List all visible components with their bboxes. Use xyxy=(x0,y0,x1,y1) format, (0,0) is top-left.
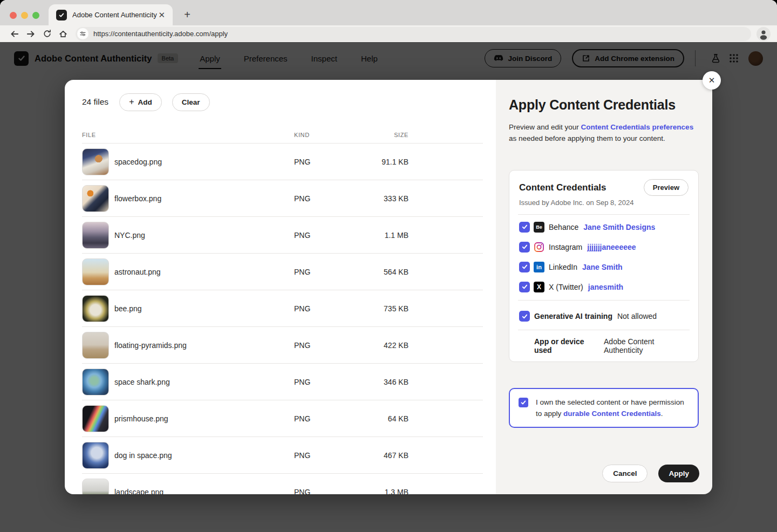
account-row-instagram: Instagram jjjjjjjaneeeeee xyxy=(519,237,689,257)
table-row[interactable]: space shark.png PNG 346 KB xyxy=(82,364,483,400)
close-window-button[interactable] xyxy=(10,12,17,19)
file-name: astronaut.png xyxy=(114,268,294,276)
consent-text: I own the selected content or have permi… xyxy=(536,397,688,419)
table-row[interactable]: spacedog.png PNG 91.1 KB xyxy=(82,144,483,180)
file-kind: PNG xyxy=(294,341,344,350)
file-kind: PNG xyxy=(294,231,344,240)
file-kind: PNG xyxy=(294,304,344,313)
instagram-checkbox[interactable] xyxy=(519,242,530,253)
file-name: dog in space.png xyxy=(114,451,294,460)
x-twitter-icon: X xyxy=(534,282,544,292)
file-size: 467 KB xyxy=(344,451,408,460)
apply-button[interactable]: Apply xyxy=(658,465,699,482)
file-size: 91.1 KB xyxy=(344,158,408,166)
cancel-button[interactable]: Cancel xyxy=(602,465,648,482)
file-thumbnail xyxy=(82,222,109,249)
file-kind: PNG xyxy=(294,268,344,276)
file-thumbnail xyxy=(82,442,109,469)
durable-credentials-link[interactable]: durable Content Credentials xyxy=(563,410,661,418)
back-button[interactable] xyxy=(6,27,23,41)
table-header: FILE KIND SIZE xyxy=(82,126,483,144)
minimize-window-button[interactable] xyxy=(21,12,28,19)
add-files-button[interactable]: + Add xyxy=(119,93,162,111)
file-thumbnail xyxy=(82,258,109,285)
traffic-lights xyxy=(10,12,39,19)
clear-files-button[interactable]: Clear xyxy=(172,93,210,111)
column-kind: KIND xyxy=(294,132,344,138)
account-row-linkedin: in LinkedIn Jane Smith xyxy=(519,257,689,277)
file-thumbnail xyxy=(82,185,109,212)
intro-text: Preview and edit your xyxy=(509,123,581,131)
table-row[interactable]: dog in space.png PNG 467 KB xyxy=(82,437,483,474)
file-thumbnail xyxy=(82,369,109,395)
file-size: 564 KB xyxy=(344,268,408,276)
maximize-window-button[interactable] xyxy=(32,12,39,19)
new-tab-button[interactable]: + xyxy=(180,8,194,22)
file-name: flowerbox.png xyxy=(114,194,294,203)
file-thumbnail xyxy=(82,405,109,432)
url-bar[interactable]: https://contentauthenticity.adobe.com/ap… xyxy=(76,27,751,41)
account-link[interactable]: Jane Smith Designs xyxy=(583,223,655,231)
instagram-icon xyxy=(534,242,544,253)
linkedin-checkbox[interactable] xyxy=(519,262,530,272)
browser-profile-icon[interactable] xyxy=(756,27,771,41)
url-text[interactable]: https://contentauthenticity.adobe.com/ap… xyxy=(93,30,228,38)
issued-by-text: Issued by Adobe Inc. on Sep 8, 2024 xyxy=(519,199,689,207)
app-used-label: App or device used xyxy=(534,337,599,354)
table-row[interactable]: bee.png PNG 735 KB xyxy=(82,290,483,327)
file-kind: PNG xyxy=(294,451,344,460)
account-row-x-twitter: X X (Twitter) janesmith xyxy=(519,277,689,297)
card-title: Content Credentials xyxy=(519,182,644,193)
account-link[interactable]: jjjjjjjaneeeeee xyxy=(587,243,636,251)
browser-tab[interactable]: Adobe Content Authenticity ✕ xyxy=(49,4,173,25)
platform-label: X (Twitter) xyxy=(549,283,583,291)
credentials-panel: Apply Content Credentials Preview and ed… xyxy=(496,80,712,494)
add-files-label: Add xyxy=(138,98,152,106)
content-credentials-card: Content Credentials Preview Issued by Ad… xyxy=(509,170,699,362)
panel-intro: Preview and edit your Content Credential… xyxy=(509,121,699,144)
home-button[interactable] xyxy=(55,27,71,41)
file-thumbnail xyxy=(82,479,109,495)
consent-checkbox[interactable] xyxy=(519,398,528,407)
apply-credentials-modal: ✕ 24 files + Add Clear FILE KIND SIZE xyxy=(65,80,712,494)
table-row[interactable]: floating-pyramids.png PNG 422 KB xyxy=(82,327,483,364)
forward-button[interactable] xyxy=(23,27,39,41)
file-thumbnail xyxy=(82,295,109,322)
reload-button[interactable] xyxy=(39,27,55,41)
account-row-behance: Be Behance Jane Smith Designs xyxy=(519,217,689,237)
tab-strip: Adobe Content Authenticity ✕ + xyxy=(0,0,777,25)
table-row[interactable]: landscape.png PNG 1.3 MB xyxy=(82,474,483,494)
account-link[interactable]: Jane Smith xyxy=(582,263,623,271)
table-row[interactable]: astronaut.png PNG 564 KB xyxy=(82,254,483,290)
table-row[interactable]: prismhouse.png PNG 64 KB xyxy=(82,400,483,437)
file-thumbnail xyxy=(82,148,109,175)
modal-close-button[interactable]: ✕ xyxy=(703,71,721,90)
preferences-link[interactable]: Content Credentials preferences xyxy=(581,123,694,131)
panel-title: Apply Content Credentials xyxy=(509,97,699,113)
behance-checkbox[interactable] xyxy=(519,222,530,233)
plus-icon: + xyxy=(129,97,134,107)
behance-icon: Be xyxy=(534,222,544,233)
platform-label: Instagram xyxy=(549,243,582,251)
account-link[interactable]: janesmith xyxy=(588,283,623,291)
consent-card: I own the selected content or have permi… xyxy=(509,388,699,428)
file-size: 333 KB xyxy=(344,194,408,203)
site-settings-icon[interactable] xyxy=(77,28,88,39)
column-file: FILE xyxy=(82,132,294,138)
file-name: NYC.png xyxy=(114,231,294,240)
file-name: bee.png xyxy=(114,304,294,313)
file-size: 422 KB xyxy=(344,341,408,350)
file-name: spacedog.png xyxy=(114,158,294,166)
file-size: 735 KB xyxy=(344,304,408,313)
preview-button[interactable]: Preview xyxy=(644,179,689,196)
tab-close-icon[interactable]: ✕ xyxy=(157,10,166,20)
table-row[interactable]: flowerbox.png PNG 333 KB xyxy=(82,180,483,217)
platform-label: Behance xyxy=(549,223,578,231)
file-kind: PNG xyxy=(294,488,344,495)
file-size: 1.3 MB xyxy=(344,488,408,495)
gen-ai-checkbox[interactable] xyxy=(519,311,530,322)
file-size: 1.1 MB xyxy=(344,231,408,240)
table-row[interactable]: NYC.png PNG 1.1 MB xyxy=(82,217,483,254)
file-kind: PNG xyxy=(294,158,344,166)
x-twitter-checkbox[interactable] xyxy=(519,282,530,292)
